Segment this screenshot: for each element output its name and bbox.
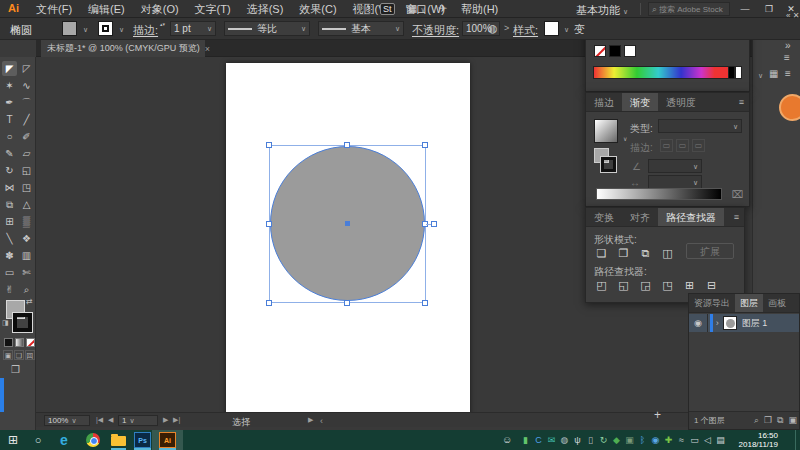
- recolor-artwork-icon[interactable]: ◍: [488, 22, 498, 35]
- new-sublayer-icon[interactable]: ⧉: [777, 415, 783, 426]
- bluetooth-icon[interactable]: ᛒ: [638, 435, 647, 445]
- handle-top-center[interactable]: [344, 142, 350, 148]
- column-graph-tool[interactable]: ▥: [19, 248, 34, 263]
- locate-object-icon[interactable]: ⌕: [754, 415, 759, 426]
- variable-width-profile-dropdown[interactable]: 等比 ∨: [224, 21, 310, 36]
- pen-tool[interactable]: ✒: [2, 95, 17, 110]
- taskbar-clock[interactable]: 16:50 2018/11/19: [732, 431, 778, 449]
- intersect-icon[interactable]: ⧉: [638, 246, 653, 260]
- panel-menu-icon[interactable]: ≡: [739, 97, 744, 107]
- handle-bottom-left[interactable]: [266, 300, 272, 306]
- free-transform-tool[interactable]: ◳: [19, 180, 34, 195]
- gradient-angle-dropdown[interactable]: ∨: [648, 159, 702, 173]
- gradient-type-dropdown[interactable]: ∨: [658, 119, 742, 133]
- new-layer-icon[interactable]: ▣: [788, 415, 797, 426]
- prev-page-button[interactable]: ◀: [108, 416, 113, 424]
- device-icon[interactable]: ▯: [586, 435, 595, 445]
- laptop-icon[interactable]: ▭: [690, 435, 699, 445]
- next-page-button[interactable]: ▶: [163, 416, 168, 424]
- gradient-along-stroke-icon[interactable]: ▭: [676, 139, 689, 152]
- lasso-tool[interactable]: ∿: [19, 78, 34, 93]
- bridge-icon[interactable]: Br: [356, 3, 371, 15]
- workspace-switcher[interactable]: 基本功能∨: [576, 3, 628, 18]
- close-tab-icon[interactable]: ×: [205, 44, 210, 54]
- people-icon[interactable]: ☺: [502, 430, 512, 450]
- rotate-tool[interactable]: ↻: [2, 163, 17, 178]
- draw-inside-icon[interactable]: 回: [25, 350, 35, 360]
- illustrator-icon[interactable]: Ai: [159, 432, 176, 448]
- color-button[interactable]: [4, 338, 13, 347]
- panel-tab[interactable]: 图层: [735, 294, 763, 312]
- unite-icon[interactable]: ❏: [594, 246, 609, 260]
- panel-menu-icon[interactable]: ≡: [734, 212, 739, 222]
- draw-behind-icon[interactable]: ❏: [14, 350, 24, 360]
- file-explorer-icon[interactable]: [111, 436, 126, 446]
- handle-bottom-center[interactable]: [344, 300, 350, 306]
- volume-icon[interactable]: ◁: [703, 435, 712, 445]
- magic-wand-tool[interactable]: ✶: [2, 78, 17, 93]
- white-spectrum-end[interactable]: [735, 66, 742, 79]
- scale-tool[interactable]: ◱: [19, 163, 34, 178]
- chevron-down-icon[interactable]: ∨: [83, 26, 88, 34]
- merge-icon[interactable]: ◲: [638, 278, 653, 292]
- stock-icon[interactable]: St: [380, 3, 395, 15]
- antivirus-icon[interactable]: ◆: [612, 435, 621, 445]
- screen-mode-icon[interactable]: ❐: [11, 364, 20, 375]
- none-button[interactable]: [26, 338, 35, 347]
- menubar-item[interactable]: 选择(S): [239, 0, 292, 18]
- outline-icon[interactable]: ⊞: [682, 278, 697, 292]
- handle-mid-left[interactable]: [266, 221, 272, 227]
- gradient-stroke-proxy[interactable]: [601, 157, 616, 172]
- notification-badge[interactable]: [779, 94, 800, 121]
- panel-tab[interactable]: 画板: [763, 294, 791, 312]
- stroke-color-swatch[interactable]: [98, 21, 113, 36]
- usb-icon[interactable]: ψ: [573, 435, 582, 445]
- panel-tab[interactable]: 透明度: [658, 93, 704, 111]
- panel-menu-icon[interactable]: ≡: [784, 52, 790, 63]
- gradient-tool[interactable]: ▒: [19, 214, 34, 229]
- stock-search[interactable]: ⌕: [648, 2, 730, 16]
- dock-collapse-close-icons[interactable]: « ✕: [786, 11, 799, 20]
- panel-tab[interactable]: 变换: [586, 208, 622, 226]
- white-swatch[interactable]: [624, 45, 636, 57]
- restore-button[interactable]: ❐: [758, 0, 780, 18]
- grid-view-icon[interactable]: ▦: [769, 68, 778, 79]
- blend-tool[interactable]: ❖: [19, 231, 34, 246]
- search-input[interactable]: [659, 5, 727, 14]
- chevron-down-icon[interactable]: ∨: [119, 26, 124, 34]
- artboard-tool[interactable]: ▭: [2, 265, 17, 280]
- crop-icon[interactable]: ◳: [660, 278, 675, 292]
- stroke-weight-label[interactable]: 描边:: [133, 23, 158, 38]
- stroke-proxy-swatch[interactable]: [13, 313, 32, 332]
- style-label[interactable]: 样式:: [513, 23, 538, 38]
- make-clipping-mask-icon[interactable]: ❐: [764, 415, 772, 426]
- gradient-button[interactable]: [15, 338, 24, 347]
- chevron-down-icon[interactable]: ∨: [758, 72, 763, 80]
- menubar-item[interactable]: 文件(F): [28, 0, 80, 18]
- chrome-icon[interactable]: [86, 433, 100, 447]
- document-tab[interactable]: 未标题-1* @ 100% (CMYK/GPU 预览) ×: [41, 40, 205, 57]
- stroke-weight-stepper[interactable]: ▴▾: [160, 21, 165, 28]
- stroke-weight-dropdown[interactable]: 1 pt ∨: [170, 21, 216, 36]
- collapse-panels-icon[interactable]: »: [785, 40, 791, 51]
- symbol-sprayer-tool[interactable]: ✽: [2, 248, 17, 263]
- photoshop-icon[interactable]: Ps: [134, 432, 151, 448]
- panel-tab[interactable]: 对齐: [622, 208, 658, 226]
- visibility-eye-icon[interactable]: ◉: [694, 318, 702, 328]
- divide-icon[interactable]: ◰: [594, 278, 609, 292]
- first-page-button[interactable]: |◀: [96, 416, 103, 424]
- share-icon[interactable]: ✈: [438, 2, 447, 15]
- selection-tool[interactable]: ◤: [2, 61, 17, 76]
- slice-tool[interactable]: ✄: [19, 265, 34, 280]
- ellipse-tool[interactable]: ○: [2, 129, 17, 144]
- black-swatch[interactable]: [609, 45, 621, 57]
- handle-top-left[interactable]: [266, 142, 272, 148]
- paintbrush-tool[interactable]: ✐: [19, 129, 34, 144]
- menubar-item[interactable]: 文字(T): [187, 0, 239, 18]
- chevron-down-icon[interactable]: ∨: [623, 135, 627, 142]
- default-fill-stroke-icon[interactable]: ◨: [2, 319, 9, 327]
- eraser-tool[interactable]: ▱: [19, 146, 34, 161]
- minus-back-icon[interactable]: ⊟: [704, 278, 719, 292]
- wifi-icon[interactable]: ≈: [677, 435, 686, 445]
- zoom-tool[interactable]: ⌕: [19, 282, 34, 297]
